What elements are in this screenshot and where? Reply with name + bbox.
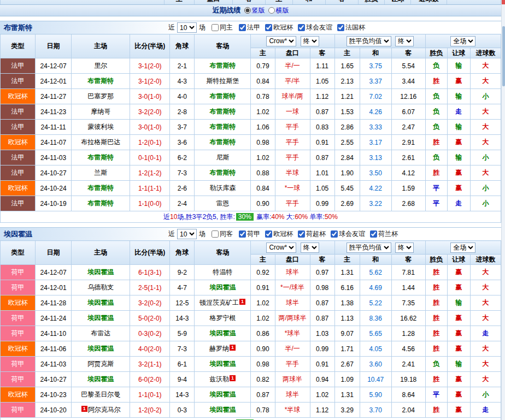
- team-name-link[interactable]: 乌德勒支: [87, 283, 114, 291]
- team-name-link[interactable]: 摩纳哥: [91, 108, 110, 115]
- score-link[interactable]: 1-1(0-1): [138, 391, 162, 399]
- team-name-link[interactable]: 布拉格斯巴达: [81, 138, 120, 146]
- team-name-link[interactable]: 布雷斯特: [209, 62, 236, 69]
- team-name-link[interactable]: 阿贾克斯: [87, 360, 114, 368]
- team-name-link[interactable]: 布雷斯特: [87, 199, 114, 207]
- odds-company-select[interactable]: Crow*: [266, 36, 296, 46]
- team-name-link[interactable]: 埃因霍温: [87, 345, 114, 352]
- league-filter[interactable]: 荷兰杯: [369, 229, 398, 239]
- team-name-link[interactable]: 埃因霍温: [209, 391, 236, 398]
- scrollbar[interactable]: [501, 0, 505, 420]
- team-name-link[interactable]: 埃因霍温: [209, 360, 236, 368]
- score-link[interactable]: 1-2(1-2): [138, 169, 162, 177]
- euro-odds-select[interactable]: 胜平负均值: [347, 36, 391, 46]
- score-link[interactable]: 3-1(2-0): [138, 78, 162, 85]
- score-link[interactable]: 3-2(2-0): [138, 108, 162, 116]
- league-checkbox[interactable]: [337, 24, 344, 31]
- score-link[interactable]: 2-5(1-1): [138, 284, 162, 292]
- team-name-link[interactable]: 埃因霍温: [87, 375, 114, 383]
- team-name-link[interactable]: 埃因霍温: [87, 268, 114, 276]
- team-name-link[interactable]: 兰斯: [94, 169, 107, 176]
- team-name-link[interactable]: 埃因霍温: [209, 283, 236, 291]
- score-link[interactable]: 3-2(1-1): [138, 360, 162, 368]
- league-checkbox[interactable]: [265, 230, 272, 238]
- team-name-link[interactable]: 赫罗纳: [209, 345, 229, 352]
- team-name-link[interactable]: 特温特: [213, 268, 232, 276]
- scrollbar-thumb[interactable]: [502, 26, 505, 86]
- league-filter[interactable]: 法国杯: [336, 23, 365, 32]
- team-name-link[interactable]: 布雷斯特: [87, 77, 114, 85]
- league-checkbox[interactable]: [298, 24, 305, 31]
- league-checkbox[interactable]: [370, 230, 377, 238]
- team-name-link[interactable]: 里尔: [94, 62, 107, 69]
- same-venue-checkbox[interactable]: [212, 24, 219, 31]
- league-filter[interactable]: 荷超杯: [297, 229, 326, 239]
- layout-horizontal-option[interactable]: 横版: [266, 6, 289, 15]
- euro-stage-select[interactable]: 终: [395, 36, 414, 46]
- scope-select[interactable]: 全场: [450, 36, 475, 46]
- league-checkbox[interactable]: [239, 230, 246, 238]
- team-name-link[interactable]: 布雷斯特: [209, 138, 236, 146]
- score-link[interactable]: 3-2(0-2): [138, 299, 162, 307]
- league-filter[interactable]: 欧冠杯: [264, 23, 293, 32]
- team-name-link[interactable]: 埃因霍温: [87, 314, 114, 322]
- score-link[interactable]: 0-1(0-1): [138, 154, 162, 162]
- layout-vertical-option[interactable]: 竖版: [242, 6, 265, 15]
- team-name-link[interactable]: 埃因霍温: [87, 299, 114, 306]
- score-link[interactable]: 3-0(1-0): [138, 123, 162, 131]
- score-link[interactable]: 3-0(1-0): [138, 93, 162, 100]
- odds-stage-select[interactable]: 终: [301, 36, 319, 46]
- team-name-link[interactable]: 格罗宁根: [209, 314, 236, 322]
- team-name-link[interactable]: 布雷斯特: [209, 108, 236, 115]
- score-link[interactable]: 5-0(2-0): [138, 315, 162, 322]
- team-name-link[interactable]: 布雷斯特: [87, 153, 114, 161]
- team-name-link[interactable]: 勒沃库森: [209, 184, 236, 192]
- score-link[interactable]: 1-1(1-1): [138, 185, 162, 192]
- score-link[interactable]: 1-2(0-2): [138, 406, 162, 414]
- team-name-link[interactable]: 布雷斯特: [209, 92, 236, 100]
- score-link[interactable]: 6-1(3-1): [138, 269, 162, 276]
- league-checkbox[interactable]: [239, 24, 246, 31]
- league-checkbox[interactable]: [331, 230, 338, 238]
- team-name-link[interactable]: 布雷斯特: [209, 123, 236, 131]
- euro-odds-select[interactable]: 胜平负均值: [347, 242, 391, 253]
- league-checkbox[interactable]: [265, 24, 272, 31]
- scope-select[interactable]: 全场: [450, 242, 475, 253]
- team-name-link[interactable]: 顿涅茨克矿工: [199, 299, 239, 306]
- league-filter[interactable]: 欧冠杯: [264, 229, 293, 239]
- same-venue-filter[interactable]: 同主: [210, 23, 233, 32]
- team-name-link[interactable]: 阿尔克马尔: [88, 406, 121, 413]
- recent-count-select[interactable]: 10: [177, 229, 197, 239]
- vertical-radio[interactable]: [244, 7, 251, 14]
- euro-stage-select[interactable]: 终: [395, 242, 414, 253]
- team-name-link[interactable]: 蒙彼利埃: [87, 123, 114, 131]
- team-name-link[interactable]: 埃因霍温: [209, 329, 236, 337]
- recent-count-select[interactable]: 10: [177, 22, 197, 33]
- team-name-link[interactable]: 巴塞罗那: [87, 92, 114, 100]
- horizontal-radio[interactable]: [268, 7, 275, 14]
- team-name-link[interactable]: 尼斯: [216, 153, 229, 161]
- team-name-link[interactable]: 布雷斯特: [209, 169, 236, 176]
- score-link[interactable]: 6-0(2-0): [138, 376, 162, 383]
- score-link[interactable]: 4-0(2-0): [138, 345, 162, 353]
- score-link[interactable]: 1-2(0-1): [138, 139, 162, 146]
- team-name-link[interactable]: 斯特拉斯堡: [206, 77, 239, 85]
- team-name-link[interactable]: 雷恩: [216, 199, 229, 207]
- league-filter[interactable]: 荷甲: [238, 229, 260, 239]
- league-filter[interactable]: 法甲: [238, 23, 260, 32]
- team-name-link[interactable]: 巴黎圣日尔曼: [81, 391, 120, 398]
- odds-company-select[interactable]: Crow*: [266, 242, 296, 253]
- same-venue-filter[interactable]: 同客: [210, 229, 233, 239]
- league-filter[interactable]: 球会友谊: [330, 229, 365, 239]
- score-link[interactable]: 1-1(0-0): [138, 200, 162, 208]
- team-name-link[interactable]: 布雷斯特: [87, 184, 114, 192]
- score-link[interactable]: 3-1(2-0): [138, 62, 162, 70]
- team-name-link[interactable]: 布雷达: [91, 329, 110, 337]
- team-name-link[interactable]: 埃因霍温: [209, 406, 236, 413]
- same-venue-checkbox[interactable]: [212, 230, 219, 238]
- score-link[interactable]: 0-3(0-2): [138, 330, 162, 338]
- team-name-link[interactable]: 兹沃勒: [209, 375, 229, 383]
- odds-stage-select[interactable]: 终: [301, 242, 319, 253]
- league-checkbox[interactable]: [298, 230, 305, 238]
- league-filter[interactable]: 球会友谊: [297, 23, 332, 32]
